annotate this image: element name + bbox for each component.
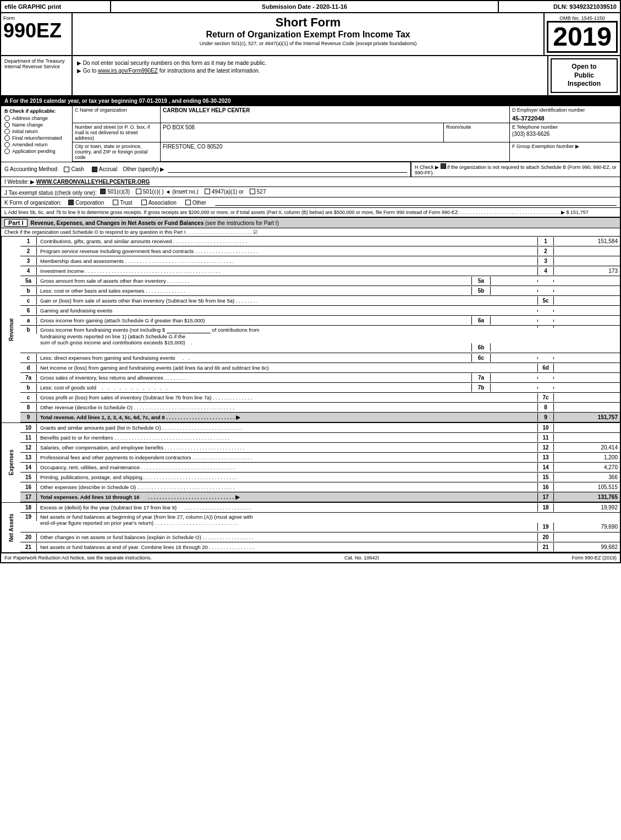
h-check-col: H Check ▶ if the organization is not req…: [411, 162, 620, 177]
linenum-16: 16: [537, 483, 554, 491]
tax-501c3: 501(c)(3): [100, 189, 130, 195]
rownum-3: 3: [20, 257, 37, 265]
website-label: I Website: ▶: [4, 179, 35, 185]
subnum-7b: 7b: [471, 383, 491, 392]
exp-row-16: 16 Other expenses (describe in Schedule …: [20, 482, 620, 492]
rowdesc-5a: Gross amount from sale of assets other t…: [37, 277, 471, 285]
title-section: Form 990EZ Short Form Return of Organiza…: [1, 13, 620, 56]
cdef-fields: C Name of organization CARBON VALLEY HEL…: [73, 106, 620, 162]
rowval-12: 20,414: [554, 443, 620, 452]
rowdesc-21: Net assets or fund balances at end of ye…: [37, 543, 537, 551]
rowdesc-6d: Net income or (loss) from gaming and fun…: [37, 364, 537, 372]
room-label: Room/suite: [444, 123, 510, 142]
radio-final: [4, 135, 10, 141]
ein-col: D Employer identification number 45-3722…: [510, 106, 620, 123]
accrual-checkbox: [92, 167, 97, 172]
na-row-18: 18 Excess or (deficit) for the year (Sub…: [20, 503, 620, 513]
501c-checkbox: [136, 189, 141, 194]
part1-check-line: Check if the organization used Schedule …: [1, 228, 620, 237]
fgroup-label: F Group Exemption Number: [512, 144, 574, 149]
revenue-row-3: 3 Membership dues and assessments . . . …: [20, 256, 620, 266]
rowval-6c: [554, 357, 620, 359]
b-checks: B Check if applicable: Address change Na…: [1, 106, 73, 162]
form-page: efile GRAPHIC print Submission Date - 20…: [0, 0, 621, 563]
irs-link: www.irs.gov/Form990EZ: [98, 68, 158, 74]
k-other-line: [215, 199, 617, 206]
linenum-13: 13: [537, 453, 554, 462]
rownum-20: 20: [20, 533, 37, 541]
city-row: City or town, state or province, country…: [73, 142, 620, 162]
linenum-14: 14: [537, 463, 554, 471]
linenum-10: 10: [537, 424, 554, 432]
website-row: I Website: ▶ WWW.CARBONVALLEYHELPCENTER.…: [1, 177, 620, 187]
tax-year: 2019: [547, 21, 618, 53]
rownum-18: 18: [20, 503, 37, 512]
rownum-7c: c: [20, 393, 37, 402]
rowval-5b: [554, 290, 620, 292]
submission-date: Submission Date - 2020-11-16: [111, 1, 499, 12]
netassets-rows: 18 Excess or (deficit) for the year (Sub…: [20, 503, 620, 552]
rownum-17: 17: [20, 493, 37, 501]
linenum-1: 1: [537, 237, 554, 245]
rownum-8: 8: [20, 403, 37, 411]
rowdesc-12: Salaries, other compensation, and employ…: [37, 443, 537, 452]
4947-checkbox: [205, 189, 210, 194]
exp-row-17: 17 Total expenses. Add lines 10 through …: [20, 492, 620, 502]
phone-col: E Telephone number (303) 833-6626: [510, 123, 620, 142]
rownum-6a: a: [20, 316, 37, 325]
rowval-2: [554, 250, 620, 252]
year-col: OMB No. 1545-1150 2019: [545, 13, 620, 55]
rowdesc-6b: Gross income from fundraising events (no…: [37, 326, 471, 347]
dln: DLN: 93492321039510: [499, 1, 620, 12]
subnum-5a: 5a: [471, 277, 491, 285]
rownum-6: 6: [20, 306, 37, 315]
address-label: Number and street (or P. O. box, if mail…: [73, 123, 161, 142]
rowval-20: [554, 536, 620, 539]
rowval-7c: [554, 397, 620, 399]
rowdesc-5c: Gain or (loss) from sale of assets other…: [37, 297, 537, 305]
revenue-row-1: 1 Contributions, gifts, grants, and simi…: [20, 237, 620, 246]
revenue-row-4: 4 Investment income . . . . . . . . . . …: [20, 266, 620, 276]
rowval-17: 131,765: [554, 493, 620, 501]
rownum-10: 10: [20, 424, 37, 432]
paperwork-text: For Paperwork Reduction Act Notice, see …: [4, 555, 152, 561]
revenue-row-7a: 7a Gross sales of inventory, less return…: [20, 373, 620, 383]
na-row-21: 21 Net assets or fund balances at end of…: [20, 542, 620, 552]
exp-row-14: 14 Occupancy, rent, utilities, and maint…: [20, 463, 620, 473]
check-amended-return: Amended return: [4, 142, 69, 147]
linenum-5b: [537, 290, 554, 292]
radio-name: [4, 122, 10, 128]
other-checkbox: [185, 200, 191, 205]
org-name-row: C Name of organization CARBON VALLEY HEL…: [73, 106, 620, 123]
rownum-21: 21: [20, 543, 37, 551]
header-bar: efile GRAPHIC print Submission Date - 20…: [1, 1, 620, 13]
dept-col: Department of the Treasury Internal Reve…: [1, 56, 73, 95]
na-row-20: 20 Other changes in net assets or fund b…: [20, 532, 620, 542]
rownum-12: 12: [20, 443, 37, 452]
rownum-6b: b: [20, 326, 37, 334]
notices-section: Department of the Treasury Internal Reve…: [1, 56, 620, 96]
tax-527: 527: [250, 189, 266, 195]
l-form-row: L Add lines 5b, 6c, and 7b to line 9 to …: [1, 208, 620, 218]
assoc-checkbox: [141, 200, 147, 205]
revenue-label: Revenue: [1, 237, 20, 422]
linenum-8: 8: [537, 403, 554, 411]
k-label: K Form of organization:: [4, 200, 62, 206]
rowdesc-7b: Less: cost of goods sold . . . . . . . .…: [37, 383, 471, 392]
rownum-7b: b: [20, 383, 37, 392]
rowval-8: [554, 407, 620, 409]
linenum-4: 4: [537, 267, 554, 275]
title-col: Short Form Return of Organization Exempt…: [73, 13, 545, 55]
rowdesc-6: Gaming and fundraising events: [37, 306, 537, 315]
rowdesc-7c: Gross profit or (loss) from sales of inv…: [37, 393, 537, 402]
exp-row-12: 12 Salaries, other compensation, and emp…: [20, 443, 620, 453]
rowval-9: 151,757: [554, 413, 620, 421]
open-inspect-text: Open toPublicInspection: [568, 63, 601, 87]
g-label: G Accounting Method:: [4, 166, 58, 172]
rowdesc-15: Printing, publications, postage, and shi…: [37, 473, 537, 481]
section-a: A For the 2019 calendar year, or tax yea…: [1, 96, 620, 106]
ein-label: D Employer identification number: [512, 107, 618, 113]
h-label: H Check ▶: [415, 164, 446, 170]
rowval-11: [554, 437, 620, 439]
rownum-5a: 5a: [20, 277, 37, 285]
